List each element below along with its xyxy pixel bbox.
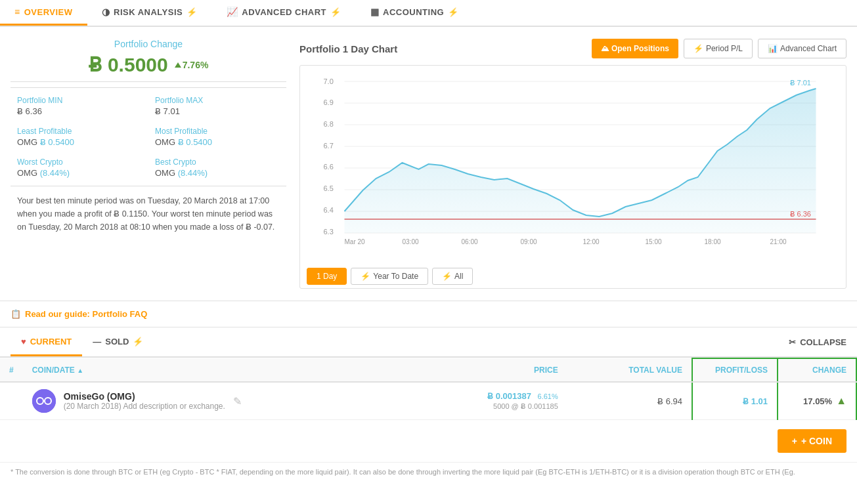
advanced-chart-label: Advanced Chart	[780, 44, 837, 53]
add-coin-button[interactable]: + + COIN	[778, 429, 846, 453]
faq-link[interactable]: 📋 Read our guide: Portfolio FAQ	[11, 309, 846, 319]
chart-buttons: ⛰ Open Positions ⚡ Period P/L 📊 Advanced…	[592, 39, 846, 58]
faq-row: 📋 Read our guide: Portfolio FAQ	[0, 301, 857, 327]
td-total: Ƀ 6.94	[567, 382, 692, 420]
edit-icon[interactable]: ✎	[233, 395, 242, 408]
nav-overview[interactable]: ≡ OVERVIEW	[0, 0, 87, 26]
price-sub: 5000 @ Ƀ 0.001185	[424, 402, 558, 411]
svg-text:6.6: 6.6	[324, 163, 334, 171]
portfolio-value-row: Ƀ 0.5000 7.76%	[11, 53, 286, 76]
advanced-chart-button[interactable]: 📊 Advanced Chart	[758, 39, 846, 58]
stat-min-value: Ƀ 6.36	[17, 106, 142, 116]
nav-risk-label: RISK ANALYSIS	[114, 7, 183, 17]
price-pct: 6.61%	[538, 392, 558, 400]
lightning-icon: ⚡	[693, 44, 703, 53]
svg-text:15:00: 15:00	[646, 238, 662, 245]
td-coin: OmiseGo (OMG) (20 March 2018) Add descri…	[23, 382, 414, 420]
chart-container: 7.0 6.9 6.8 6.7 6.6 6.5 6.4 6.3	[299, 65, 846, 289]
portfolio-pct: 7.76%	[175, 60, 209, 70]
open-positions-button[interactable]: ⛰ Open Positions	[592, 39, 678, 58]
coin-btn-row: + + COIN	[0, 420, 857, 462]
top-nav: ≡ OVERVIEW ◑ RISK ANALYSIS ⚡ 📈 ADVANCED …	[0, 0, 857, 27]
td-price: Ƀ 0.001387 6.61% 5000 @ Ƀ 0.001185	[414, 382, 567, 420]
stat-best-label: Best Crypto	[155, 158, 280, 167]
open-positions-label: Open Positions	[611, 44, 669, 53]
nav-accounting[interactable]: ▦ ACCOUNTING ⚡	[356, 0, 473, 26]
table-header: # Coin/Date ▲ Price Total Value Profit/L…	[0, 358, 856, 382]
right-panel: Portfolio 1 Day Chart ⛰ Open Positions ⚡…	[299, 39, 846, 289]
collapse-button[interactable]: ✂ COLLAPSE	[789, 332, 846, 352]
main-content: Portfolio Change Ƀ 0.5000 7.76% Portfoli…	[0, 27, 857, 295]
svg-text:06:00: 06:00	[462, 238, 478, 245]
th-total: Total Value	[567, 358, 692, 382]
th-pl: Profit/Loss	[692, 358, 778, 382]
stat-best-value: OMG (8.44%)	[155, 168, 280, 178]
stat-max-label: Portfolio MAX	[155, 96, 280, 105]
stat-worst-label: Worst Crypto	[17, 158, 142, 167]
stat-portfolio-min: Portfolio MIN Ƀ 6.36	[11, 93, 148, 119]
tab-sold-label: SOLD	[105, 337, 129, 346]
chart-header: Portfolio 1 Day Chart ⛰ Open Positions ⚡…	[299, 39, 846, 58]
svg-text:18:00: 18:00	[705, 238, 721, 245]
svg-text:21:00: 21:00	[770, 238, 787, 245]
mountain-icon: ⛰	[601, 44, 609, 53]
portfolio-value: Ƀ 0.5000	[89, 53, 168, 76]
svg-text:6.4: 6.4	[324, 206, 334, 214]
td-pl: Ƀ 1.01	[692, 382, 778, 420]
chart-time-buttons: 1 Day ⚡ Year To Date ⚡ All	[307, 268, 839, 285]
svg-text:6.9: 6.9	[324, 98, 334, 106]
time-ytd-button[interactable]: ⚡ Year To Date	[351, 268, 428, 285]
stat-portfolio-max: Portfolio MAX Ƀ 7.01	[148, 93, 286, 119]
td-change: 17.05% ▲	[778, 382, 856, 420]
nav-chart-label: ADVANCED CHART	[242, 7, 326, 17]
chart-title: Portfolio 1 Day Chart	[299, 43, 397, 54]
period-pl-button[interactable]: ⚡ Period P/L	[684, 39, 753, 58]
table-body: OmiseGo (OMG) (20 March 2018) Add descri…	[0, 382, 856, 420]
price-main: Ƀ 0.001387	[487, 391, 531, 401]
tab-sold[interactable]: — SOLD ⚡	[82, 327, 154, 356]
portfolio-change-title: Portfolio Change	[11, 39, 286, 49]
collapse-label: COLLAPSE	[800, 337, 846, 347]
change-up-icon: ▲	[836, 395, 846, 407]
portfolio-table-container: # Coin/Date ▲ Price Total Value Profit/L…	[0, 358, 857, 420]
stat-worst-value: OMG (8.44%)	[17, 168, 142, 178]
minus-icon: —	[93, 337, 101, 346]
svg-text:6.7: 6.7	[324, 142, 334, 150]
heart-icon: ♥	[21, 337, 26, 346]
svg-text:Ƀ 6.36: Ƀ 6.36	[790, 210, 811, 218]
nav-risk-analysis[interactable]: ◑ RISK ANALYSIS ⚡	[87, 0, 212, 26]
risk-icon: ◑	[102, 7, 110, 17]
faq-icon: 📋	[11, 309, 21, 319]
portfolio-pct-value: 7.76%	[183, 60, 209, 70]
plus-icon: +	[792, 436, 797, 446]
th-price: Price	[414, 358, 567, 382]
coin-button-label: + COIN	[801, 436, 832, 446]
chart-icon: 📈	[227, 7, 238, 17]
time-all-button[interactable]: ⚡ All	[432, 268, 473, 285]
stat-most-label: Most Profitable	[155, 127, 280, 136]
nav-advanced-chart[interactable]: 📈 ADVANCED CHART ⚡	[212, 0, 356, 26]
change-pct: 17.05%	[803, 396, 832, 406]
svg-text:Ƀ 7.01: Ƀ 7.01	[790, 79, 811, 87]
svg-text:12:00: 12:00	[583, 238, 600, 245]
chart-adv-icon: 📊	[768, 44, 778, 53]
coin-icon	[32, 389, 56, 413]
stat-worst-crypto: Worst Crypto OMG (8.44%)	[11, 155, 148, 180]
footer-note: * The conversion is done through BTC or …	[0, 462, 857, 481]
stats-grid: Portfolio MIN Ƀ 6.36 Portfolio MAX Ƀ 7.0…	[11, 87, 286, 186]
chart-svg: 7.0 6.9 6.8 6.7 6.6 6.5 6.4 6.3	[307, 72, 839, 249]
tabs-row: ♥ CURRENT — SOLD ⚡ ✂ COLLAPSE	[0, 327, 857, 358]
chart-lightning-icon: ⚡	[330, 7, 341, 17]
tab-current-label: CURRENT	[30, 337, 72, 346]
tab-current[interactable]: ♥ CURRENT	[11, 327, 82, 356]
collapse-icon: ✂	[789, 337, 796, 347]
nav-overview-label: OVERVIEW	[24, 7, 73, 17]
stat-least-profitable: Least Profitable OMG Ƀ 0.5400	[11, 124, 148, 150]
th-coin: Coin/Date ▲	[23, 358, 414, 382]
coin-cell: OmiseGo (OMG) (20 March 2018) Add descri…	[32, 389, 405, 413]
time-1day-button[interactable]: 1 Day	[307, 268, 347, 285]
sold-lightning-icon: ⚡	[133, 337, 143, 346]
divider	[11, 81, 286, 82]
all-label: All	[454, 272, 463, 281]
svg-text:6.8: 6.8	[324, 120, 334, 128]
